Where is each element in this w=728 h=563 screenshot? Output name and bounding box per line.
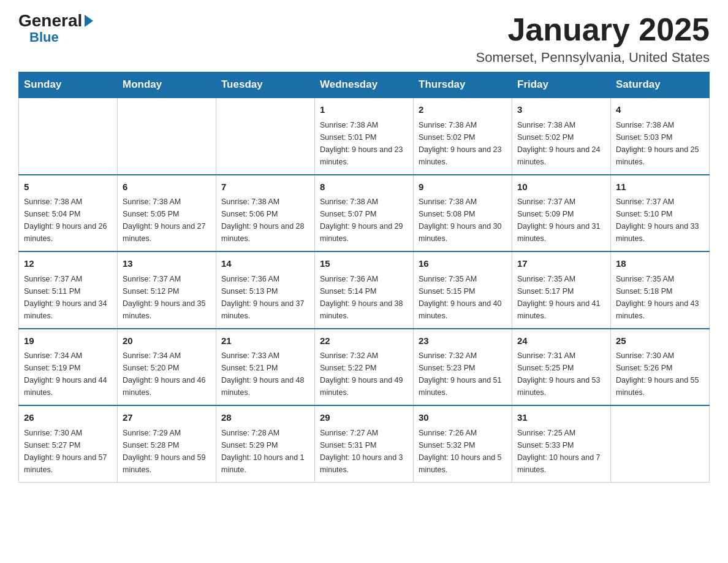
day-number: 6 [123, 180, 211, 194]
calendar-cell: 9Sunrise: 7:38 AM Sunset: 5:08 PM Daylig… [414, 175, 512, 252]
calendar-cell: 4Sunrise: 7:38 AM Sunset: 5:03 PM Daylig… [611, 98, 710, 175]
calendar-cell: 31Sunrise: 7:25 AM Sunset: 5:33 PM Dayli… [512, 405, 611, 482]
calendar-cell [216, 98, 315, 175]
calendar-cell: 19Sunrise: 7:34 AM Sunset: 5:19 PM Dayli… [19, 329, 118, 406]
day-info: Sunrise: 7:37 AM Sunset: 5:11 PM Dayligh… [24, 273, 112, 322]
calendar-cell: 26Sunrise: 7:30 AM Sunset: 5:27 PM Dayli… [19, 405, 118, 482]
day-number: 21 [221, 334, 309, 348]
calendar-day-header: Saturday [611, 72, 710, 98]
calendar-week-row: 19Sunrise: 7:34 AM Sunset: 5:19 PM Dayli… [19, 329, 710, 406]
calendar-day-header: Tuesday [216, 72, 315, 98]
calendar-cell: 30Sunrise: 7:26 AM Sunset: 5:32 PM Dayli… [414, 405, 512, 482]
calendar-cell: 17Sunrise: 7:35 AM Sunset: 5:17 PM Dayli… [512, 251, 611, 329]
day-info: Sunrise: 7:38 AM Sunset: 5:01 PM Dayligh… [320, 119, 408, 168]
calendar-cell: 14Sunrise: 7:36 AM Sunset: 5:13 PM Dayli… [216, 251, 315, 329]
day-info: Sunrise: 7:38 AM Sunset: 5:07 PM Dayligh… [320, 196, 408, 245]
day-number: 18 [616, 257, 704, 271]
day-info: Sunrise: 7:38 AM Sunset: 5:03 PM Dayligh… [616, 119, 704, 168]
calendar-cell: 28Sunrise: 7:28 AM Sunset: 5:29 PM Dayli… [216, 405, 315, 482]
day-number: 1 [320, 103, 408, 117]
day-info: Sunrise: 7:37 AM Sunset: 5:10 PM Dayligh… [616, 196, 704, 245]
day-info: Sunrise: 7:38 AM Sunset: 5:02 PM Dayligh… [517, 119, 605, 168]
day-number: 13 [123, 257, 211, 271]
day-number: 25 [616, 334, 704, 348]
day-info: Sunrise: 7:35 AM Sunset: 5:17 PM Dayligh… [517, 273, 605, 322]
day-number: 9 [419, 180, 507, 194]
day-info: Sunrise: 7:27 AM Sunset: 5:31 PM Dayligh… [320, 427, 408, 476]
calendar-cell: 8Sunrise: 7:38 AM Sunset: 5:07 PM Daylig… [315, 175, 414, 252]
day-info: Sunrise: 7:38 AM Sunset: 5:08 PM Dayligh… [419, 196, 507, 245]
calendar-cell: 22Sunrise: 7:32 AM Sunset: 5:22 PM Dayli… [315, 329, 414, 406]
calendar-cell: 23Sunrise: 7:32 AM Sunset: 5:23 PM Dayli… [414, 329, 512, 406]
logo: General◀ Blue [18, 12, 93, 45]
day-number: 3 [517, 103, 605, 117]
day-info: Sunrise: 7:30 AM Sunset: 5:26 PM Dayligh… [616, 350, 704, 399]
day-number: 4 [616, 103, 704, 117]
day-info: Sunrise: 7:25 AM Sunset: 5:33 PM Dayligh… [517, 427, 605, 476]
day-info: Sunrise: 7:38 AM Sunset: 5:02 PM Dayligh… [419, 119, 507, 168]
calendar-cell [19, 98, 118, 175]
calendar-cell [118, 98, 216, 175]
calendar-day-header: Sunday [19, 72, 118, 98]
day-number: 8 [320, 180, 408, 194]
day-number: 27 [123, 411, 211, 425]
logo-general-text: General◀ [18, 12, 93, 29]
day-info: Sunrise: 7:35 AM Sunset: 5:18 PM Dayligh… [616, 273, 704, 322]
calendar-week-row: 26Sunrise: 7:30 AM Sunset: 5:27 PM Dayli… [19, 405, 710, 482]
day-info: Sunrise: 7:26 AM Sunset: 5:32 PM Dayligh… [419, 427, 507, 476]
day-info: Sunrise: 7:29 AM Sunset: 5:28 PM Dayligh… [123, 427, 211, 476]
main-title: January 2025 [476, 12, 710, 47]
day-info: Sunrise: 7:34 AM Sunset: 5:20 PM Dayligh… [123, 350, 211, 399]
calendar-week-row: 5Sunrise: 7:38 AM Sunset: 5:04 PM Daylig… [19, 175, 710, 252]
day-info: Sunrise: 7:32 AM Sunset: 5:22 PM Dayligh… [320, 350, 408, 399]
calendar-cell: 1Sunrise: 7:38 AM Sunset: 5:01 PM Daylig… [315, 98, 414, 175]
day-info: Sunrise: 7:33 AM Sunset: 5:21 PM Dayligh… [221, 350, 309, 399]
day-number: 14 [221, 257, 309, 271]
calendar-cell: 15Sunrise: 7:36 AM Sunset: 5:14 PM Dayli… [315, 251, 414, 329]
day-number: 30 [419, 411, 507, 425]
day-info: Sunrise: 7:34 AM Sunset: 5:19 PM Dayligh… [24, 350, 112, 399]
day-info: Sunrise: 7:37 AM Sunset: 5:09 PM Dayligh… [517, 196, 605, 245]
day-info: Sunrise: 7:32 AM Sunset: 5:23 PM Dayligh… [419, 350, 507, 399]
calendar-day-header: Wednesday [315, 72, 414, 98]
calendar-cell: 21Sunrise: 7:33 AM Sunset: 5:21 PM Dayli… [216, 329, 315, 406]
calendar-week-row: 1Sunrise: 7:38 AM Sunset: 5:01 PM Daylig… [19, 98, 710, 175]
calendar-cell: 10Sunrise: 7:37 AM Sunset: 5:09 PM Dayli… [512, 175, 611, 252]
day-number: 20 [123, 334, 211, 348]
calendar-day-header: Friday [512, 72, 611, 98]
day-info: Sunrise: 7:30 AM Sunset: 5:27 PM Dayligh… [24, 427, 112, 476]
subtitle: Somerset, Pennsylvania, United States [476, 50, 710, 66]
calendar-cell: 2Sunrise: 7:38 AM Sunset: 5:02 PM Daylig… [414, 98, 512, 175]
calendar-cell: 7Sunrise: 7:38 AM Sunset: 5:06 PM Daylig… [216, 175, 315, 252]
day-number: 7 [221, 180, 309, 194]
calendar-cell: 25Sunrise: 7:30 AM Sunset: 5:26 PM Dayli… [611, 329, 710, 406]
day-info: Sunrise: 7:28 AM Sunset: 5:29 PM Dayligh… [221, 427, 309, 476]
day-number: 29 [320, 411, 408, 425]
day-info: Sunrise: 7:36 AM Sunset: 5:13 PM Dayligh… [221, 273, 309, 322]
calendar-cell: 29Sunrise: 7:27 AM Sunset: 5:31 PM Dayli… [315, 405, 414, 482]
day-number: 5 [24, 180, 112, 194]
day-number: 11 [616, 180, 704, 194]
day-number: 19 [24, 334, 112, 348]
day-number: 28 [221, 411, 309, 425]
day-info: Sunrise: 7:38 AM Sunset: 5:04 PM Dayligh… [24, 196, 112, 245]
calendar-header: SundayMondayTuesdayWednesdayThursdayFrid… [19, 72, 710, 98]
calendar-week-row: 12Sunrise: 7:37 AM Sunset: 5:11 PM Dayli… [19, 251, 710, 329]
calendar-table: SundayMondayTuesdayWednesdayThursdayFrid… [18, 72, 710, 483]
title-block: January 2025 Somerset, Pennsylvania, Uni… [476, 12, 710, 66]
calendar-cell: 11Sunrise: 7:37 AM Sunset: 5:10 PM Dayli… [611, 175, 710, 252]
calendar-cell: 20Sunrise: 7:34 AM Sunset: 5:20 PM Dayli… [118, 329, 216, 406]
day-number: 23 [419, 334, 507, 348]
calendar-cell: 12Sunrise: 7:37 AM Sunset: 5:11 PM Dayli… [19, 251, 118, 329]
day-number: 2 [419, 103, 507, 117]
day-number: 10 [517, 180, 605, 194]
day-info: Sunrise: 7:38 AM Sunset: 5:06 PM Dayligh… [221, 196, 309, 245]
logo-blue-text: Blue [29, 29, 59, 45]
calendar-cell: 6Sunrise: 7:38 AM Sunset: 5:05 PM Daylig… [118, 175, 216, 252]
day-info: Sunrise: 7:31 AM Sunset: 5:25 PM Dayligh… [517, 350, 605, 399]
calendar-cell: 5Sunrise: 7:38 AM Sunset: 5:04 PM Daylig… [19, 175, 118, 252]
calendar-cell [611, 405, 710, 482]
calendar-cell: 24Sunrise: 7:31 AM Sunset: 5:25 PM Dayli… [512, 329, 611, 406]
day-number: 16 [419, 257, 507, 271]
day-number: 15 [320, 257, 408, 271]
